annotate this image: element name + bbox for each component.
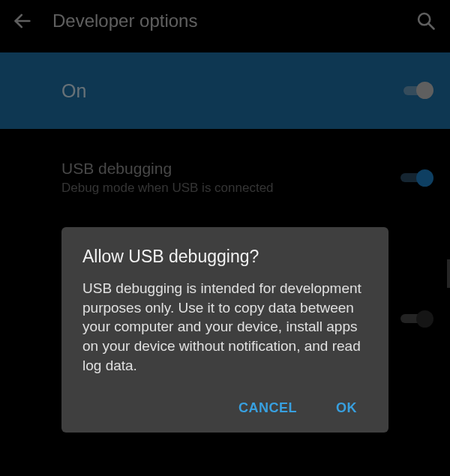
usb-debugging-dialog: Allow USB debugging? USB debugging is in… <box>62 227 388 433</box>
dialog-actions: CANCEL OK <box>82 393 368 424</box>
cancel-button[interactable]: CANCEL <box>234 393 302 424</box>
ok-button[interactable]: OK <box>332 393 362 424</box>
dialog-title: Allow USB debugging? <box>82 247 368 267</box>
dialog-body: USB debugging is intended for developmen… <box>82 279 368 375</box>
